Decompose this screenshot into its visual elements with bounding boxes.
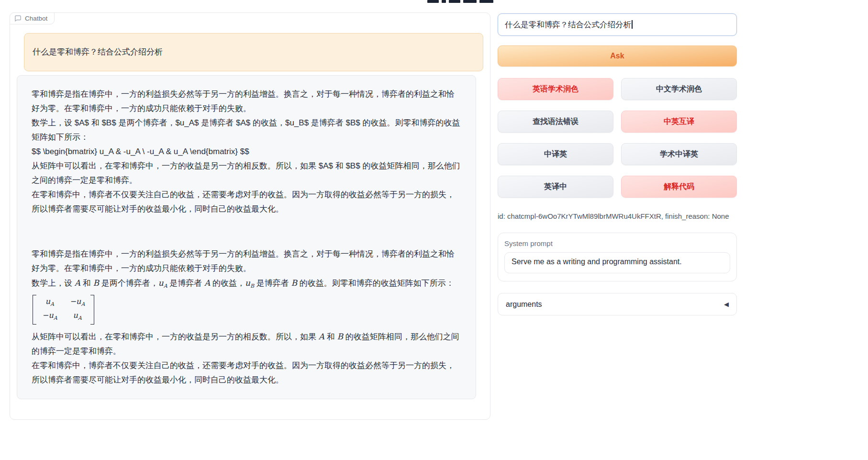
section-gap xyxy=(32,216,461,247)
user-message-bubble: 什么是零和博弈？结合公式介绍分析 xyxy=(24,33,483,71)
quick-actions-grid: 英语学术润色中文学术润色查找语法错误中英互译中译英学术中译英英译中解释代码 xyxy=(498,78,737,198)
matrix-cell: −uA xyxy=(70,296,85,309)
math-variable: −uA xyxy=(42,311,57,320)
math-variable: uA xyxy=(158,278,167,288)
quick-button-find-grammar-errors[interactable]: 查找语法错误 xyxy=(498,111,613,133)
bot-message-raw-section: 零和博弈是指在博弈中，一方的利益损失必然等于另一方的利益增益。换言之，对于每一种… xyxy=(32,87,461,216)
bot-message-line: 零和博弈是指在博弈中，一方的利益损失必然等于另一方的利益增益。换言之，对于每一种… xyxy=(32,87,461,116)
system-prompt-input[interactable]: Serve me as a writing and programming as… xyxy=(504,252,730,273)
math-variable: uB xyxy=(245,278,254,288)
math-variable: A xyxy=(319,332,324,341)
chat-message-list[interactable]: 什么是零和博弈？结合公式介绍分析 零和博弈是指在博弈中，一方的利益损失必然等于另… xyxy=(10,13,490,419)
math-variable: −uA xyxy=(70,297,85,306)
question-input[interactable]: 什么是零和博弈？结合公式介绍分析 xyxy=(498,13,737,36)
chatbot-panel: Chatbot 什么是零和博弈？结合公式介绍分析 零和博弈是指在博弈中，一方的利… xyxy=(10,12,490,420)
ask-button-label: Ask xyxy=(610,52,624,60)
matrix-cell: uA xyxy=(70,310,85,323)
bot-message-line: 从矩阵中可以看出，在零和博弈中，一方的收益是另一方的相反数。所以，如果 A 和 … xyxy=(32,329,461,359)
bot-message-line: 在零和博弈中，博弈者不仅要关注自己的收益，还需要考虑对手的收益。因为一方取得的收… xyxy=(32,188,461,216)
matrix-cell: −uA xyxy=(42,310,57,323)
quick-button-en-to-zh[interactable]: 英译中 xyxy=(498,176,613,198)
math-variable: A xyxy=(75,278,80,288)
math-variable: uA xyxy=(73,311,81,320)
question-input-value: 什么是零和博弈？结合公式介绍分析 xyxy=(505,20,631,29)
matrix-bracket-right xyxy=(90,295,94,324)
bot-message-line: 数学上，设 A 和 B 是两个博弈者，uA 是博弈者 A 的收益，uB 是博弈者… xyxy=(32,276,461,293)
arguments-accordion[interactable]: arguments ◀ xyxy=(498,293,737,315)
control-column: 什么是零和博弈？结合公式介绍分析 Ask 英语学术润色中文学术润色查找语法错误中… xyxy=(498,13,737,315)
system-prompt-panel: System prompt Serve me as a writing and … xyxy=(498,233,737,281)
bot-message-line: 从矩阵中可以看出，在零和博弈中，一方的收益是另一方的相反数。所以，如果 $A$ … xyxy=(32,159,461,188)
matrix-bracket-left xyxy=(33,295,36,324)
quick-button-zh-to-en[interactable]: 中译英 xyxy=(498,143,613,165)
quick-button-zh-en-mutual-translate[interactable]: 中英互译 xyxy=(621,111,737,133)
ask-button[interactable]: Ask xyxy=(498,45,737,67)
bot-message-bubble: 零和博弈是指在博弈中，一方的利益损失必然等于另一方的利益增益。换言之，对于每一种… xyxy=(17,75,476,399)
arguments-accordion-label: arguments xyxy=(506,300,542,309)
matrix-cell: uA xyxy=(42,296,57,309)
system-prompt-value: Serve me as a writing and programming as… xyxy=(512,258,682,266)
quick-button-explain-code[interactable]: 解释代码 xyxy=(621,176,737,198)
bot-message-rendered-section: 零和博弈是指在博弈中，一方的利益损失必然等于另一方的利益增益。换言之，对于每一种… xyxy=(32,247,461,387)
payoff-matrix: uA−uA−uAuA xyxy=(32,293,461,329)
quick-button-chinese-academic-polish[interactable]: 中文学术润色 xyxy=(621,78,737,100)
bot-message-line: $$ \begin{bmatrix} u_A & -u_A \ -u_A & u… xyxy=(32,145,461,159)
quick-button-academic-zh-to-en[interactable]: 学术中译英 xyxy=(621,143,737,165)
bot-message-line: 在零和博弈中，博弈者不仅要关注自己的收益，还需要考虑对手的收益。因为一方取得的收… xyxy=(32,359,461,387)
quick-button-english-academic-polish[interactable]: 英语学术润色 xyxy=(498,78,613,100)
math-variable: A xyxy=(204,278,210,288)
math-variable: uA xyxy=(45,297,54,306)
clipped-page-title xyxy=(427,0,494,4)
text-caret xyxy=(632,20,633,29)
math-variable: B xyxy=(337,332,343,341)
bot-message-line: 零和博弈是指在博弈中，一方的利益损失必然等于另一方的利益增益。换言之，对于每一种… xyxy=(32,247,461,276)
bot-message-line: 数学上，设 $A$ 和 $B$ 是两个博弈者，$u_A$ 是博弈者 $A$ 的收… xyxy=(32,116,461,145)
response-meta-line: id: chatcmpl-6wOo7KrYTwMl89lbrMWRu4UkFFX… xyxy=(498,212,737,220)
user-message-text: 什么是零和博弈？结合公式介绍分析 xyxy=(33,47,163,56)
math-variable: B xyxy=(291,278,298,288)
accordion-collapsed-caret-icon: ◀ xyxy=(724,301,729,308)
math-variable: B xyxy=(93,278,99,288)
system-prompt-label: System prompt xyxy=(504,239,730,247)
